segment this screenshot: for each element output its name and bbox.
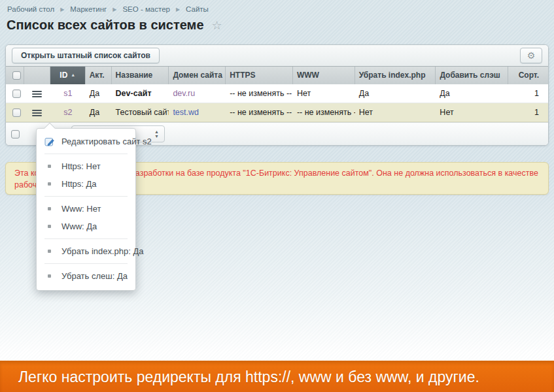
column-header-sort[interactable]: Сорт. — [508, 67, 548, 84]
menu-separator — [44, 196, 128, 197]
column-header-menu — [24, 67, 50, 84]
cell-www: -- не изменять -- — [293, 103, 355, 122]
cell-add-slash: Да — [436, 84, 508, 103]
cell-name: Dev-сайт — [112, 84, 169, 103]
bullet-icon — [48, 250, 51, 253]
breadcrumb: Рабочий стол ▶ Маркетинг ▶ SEO - мастер … — [7, 5, 209, 13]
breadcrumb-link-seo-master[interactable]: SEO - мастер — [122, 5, 170, 13]
footer-select-all-checkbox[interactable] — [11, 130, 20, 139]
column-header-remove-index[interactable]: Убрать index.php — [355, 67, 436, 84]
row-menu-icon[interactable] — [32, 108, 42, 118]
grid-toolbar: Открыть штатный список сайтов ⚙ — [6, 45, 548, 67]
menu-item-remove-slash[interactable]: Убрать слеш: Да — [37, 267, 135, 285]
menu-separator — [44, 238, 128, 239]
site-id-link[interactable]: s1 — [63, 89, 72, 98]
row-context-menu: Редактировать сайт s2 Https: Нет Https: … — [36, 128, 136, 291]
promo-banner: Легко настроить редиректы для https://, … — [0, 361, 554, 392]
gear-icon: ⚙ — [527, 50, 536, 61]
bullet-icon — [48, 274, 51, 278]
site-domain-link[interactable]: dev.ru — [173, 89, 195, 98]
cell-active: Да — [86, 84, 112, 103]
grid-settings-button[interactable]: ⚙ — [520, 48, 542, 63]
menu-item-label: Https: Нет — [61, 161, 101, 171]
row-checkbox-cell — [6, 84, 24, 103]
select-all-checkbox-cell — [6, 67, 24, 84]
cell-id: s2 — [50, 103, 86, 122]
column-header-add-slash[interactable]: Добавить слэш — [436, 67, 508, 84]
breadcrumb-link-sites[interactable]: Сайты — [186, 5, 209, 13]
column-header-www[interactable]: WWW — [293, 67, 355, 84]
cell-https: -- не изменять -- — [226, 103, 293, 122]
bullet-icon — [48, 165, 51, 168]
triangle-right-icon: ▶ — [60, 6, 64, 13]
triangle-right-icon: ▶ — [176, 6, 180, 13]
menu-item-www-no[interactable]: Www: Нет — [37, 200, 135, 218]
cell-sort: 1 — [508, 84, 548, 103]
table-row-s1: s1 Да Dev-сайт dev.ru -- не изменять -- … — [6, 84, 548, 103]
menu-item-label: Убрать слеш: Да — [61, 271, 128, 281]
table-row-s2: s2 Да Тестовый сайт test.wd -- не изменя… — [6, 103, 548, 122]
breadcrumb-link-marketing[interactable]: Маркетинг — [70, 5, 107, 13]
column-header-id-label: ID — [60, 71, 67, 80]
bullet-icon — [48, 207, 51, 210]
sort-asc-icon: ▲ — [71, 73, 75, 77]
cell-domain: test.wd — [169, 103, 226, 122]
menu-separator — [44, 263, 128, 264]
open-site-list-button[interactable]: Открыть штатный список сайтов — [12, 48, 160, 63]
table-header-row: ID▲ Акт. Название Домен сайта HTTPS WWW … — [6, 67, 548, 84]
menu-item-https-no[interactable]: Https: Нет — [37, 157, 135, 175]
cell-https: -- не изменять -- — [226, 84, 293, 103]
promo-banner-text: Легко настроить редиректы для https://, … — [0, 361, 554, 392]
column-header-domain[interactable]: Домен сайта — [169, 67, 226, 84]
menu-separator — [44, 154, 128, 154]
column-header-name[interactable]: Название — [112, 67, 169, 84]
row-checkbox[interactable] — [12, 108, 21, 117]
menu-item-https-yes[interactable]: Https: Да — [37, 175, 135, 193]
cell-remove-index: Нет — [355, 103, 436, 122]
cell-active: Да — [86, 103, 112, 122]
cell-domain: dev.ru — [169, 84, 226, 103]
page-title: Список всех сайтов в системе — [7, 18, 204, 33]
menu-item-edit-site[interactable]: Редактировать сайт s2 — [37, 133, 135, 150]
edit-icon — [44, 137, 55, 147]
menu-item-www-yes[interactable]: Www: Да — [37, 218, 135, 235]
cell-id: s1 — [50, 84, 86, 103]
row-checkbox[interactable] — [12, 90, 21, 98]
menu-item-label: Убрать index.php: Да — [61, 246, 144, 256]
select-all-checkbox[interactable] — [12, 71, 21, 80]
cell-add-slash: Нет — [436, 103, 508, 122]
cell-www: Нет — [293, 84, 355, 103]
site-id-link[interactable]: s2 — [63, 108, 72, 117]
bullet-icon — [48, 225, 51, 228]
row-menu-cell — [24, 103, 50, 122]
breadcrumb-link-desktop[interactable]: Рабочий стол — [7, 5, 54, 13]
cell-sort: 1 — [508, 103, 548, 122]
menu-item-label: Редактировать сайт s2 — [61, 137, 152, 146]
menu-item-label: Www: Нет — [61, 204, 101, 214]
column-header-https[interactable]: HTTPS — [226, 67, 293, 84]
row-checkbox-cell — [6, 103, 24, 122]
site-domain-link[interactable]: test.wd — [173, 108, 199, 117]
column-header-id[interactable]: ID▲ — [50, 67, 86, 84]
row-menu-icon[interactable] — [32, 90, 42, 99]
bullet-icon — [48, 182, 51, 186]
menu-item-label: Https: Да — [61, 179, 97, 189]
triangle-right-icon: ▶ — [113, 6, 116, 13]
row-menu-cell — [24, 84, 50, 103]
star-outline-icon[interactable]: ☆ — [212, 19, 222, 32]
cell-name: Тестовый сайт — [112, 103, 169, 122]
spinner-up-down-icon: ▲▼ — [154, 129, 159, 139]
column-header-active[interactable]: Акт. — [86, 67, 112, 84]
menu-item-remove-index[interactable]: Убрать index.php: Да — [37, 242, 135, 260]
cell-remove-index: Да — [355, 84, 436, 103]
menu-item-label: Www: Да — [61, 221, 97, 231]
